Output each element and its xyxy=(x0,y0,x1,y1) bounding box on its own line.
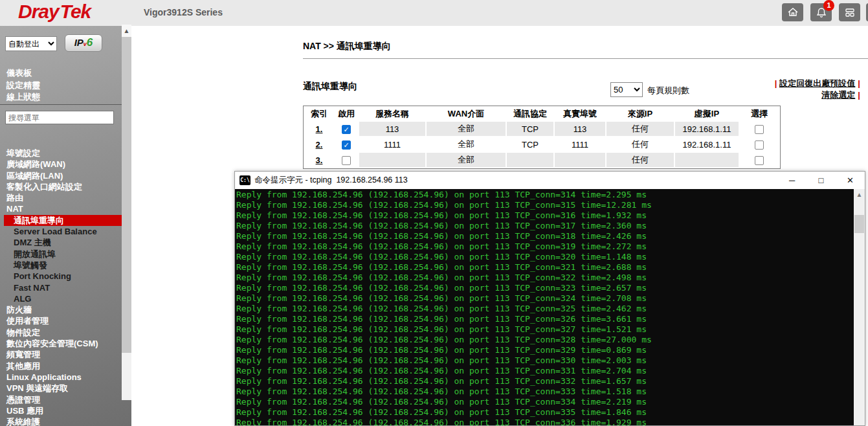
enable-cell xyxy=(335,153,358,167)
cmd-icon: C:\ xyxy=(239,175,250,185)
port-redirection-table: 索引啟用服務名稱WAN介面通訊協定真實埠號來源IP虛擬IP選擇1.✓113全部T… xyxy=(303,106,781,169)
clear-selected-link[interactable]: 清除選定 xyxy=(821,90,855,100)
rule-index-link[interactable]: 2. xyxy=(316,140,323,150)
sidebar-top-items: 儀表板設定精靈線上狀態 xyxy=(0,67,122,104)
terminal-line: Reply from 192.168.254.96 (192.168.254.9… xyxy=(236,231,854,241)
column-header: 虛擬IP xyxy=(675,107,739,120)
table-cell: 任何 xyxy=(606,122,674,136)
sidebar-item[interactable]: USB 應用 xyxy=(0,405,122,416)
sidebar-scroll-thumb[interactable] xyxy=(122,37,131,353)
enable-cell: ✓ xyxy=(335,137,358,151)
sidebar-item[interactable]: Port Knocking xyxy=(0,271,122,282)
enable-cell: ✓ xyxy=(335,122,358,136)
sidebar-item[interactable]: VPN 與遠端存取 xyxy=(0,383,122,394)
ipv6-button[interactable]: IPv6 xyxy=(65,34,102,52)
column-header: 選擇 xyxy=(740,107,779,120)
rule-index-link[interactable]: 1. xyxy=(316,124,323,134)
terminal-line: Reply from 192.168.254.96 (192.168.254.9… xyxy=(236,273,854,283)
product-name: Vigor3912S Series xyxy=(144,7,223,17)
sidebar-item[interactable]: 憑證管理 xyxy=(0,394,122,405)
enable-checkbox[interactable] xyxy=(342,156,351,165)
sidebar-item[interactable]: 其他應用 xyxy=(0,361,122,372)
table-row: 3.全部任何 xyxy=(305,153,779,167)
sidebar-item[interactable]: Server Load Balance xyxy=(0,226,122,237)
cmd-window: C:\ 命令提示字元 - tcping 192.168.254.96 113 ─… xyxy=(234,171,865,426)
sidebar-item[interactable]: 頻寬管理 xyxy=(0,349,122,360)
sidebar-item[interactable]: 開放通訊埠 xyxy=(0,249,122,260)
sidebar-item[interactable]: 儀表板 xyxy=(0,67,122,80)
terminal-line: Reply from 192.168.254.96 (192.168.254.9… xyxy=(236,314,854,324)
sidebar-item[interactable]: 廣域網路(WAN) xyxy=(0,159,122,170)
sidebar-item[interactable]: 物件設定 xyxy=(0,327,122,338)
draytek-logo: DrayTek xyxy=(18,1,91,23)
cmd-window-title: 命令提示字元 - tcping 192.168.254.96 113 xyxy=(254,175,408,186)
auto-logout-select[interactable]: 自動登出 xyxy=(5,36,57,51)
sidebar-item[interactable]: 客製化入口網站設定 xyxy=(0,181,122,192)
sidebar-item[interactable]: 防火牆 xyxy=(0,304,122,315)
terminal-scrollbar[interactable]: ▲ xyxy=(854,189,865,425)
table-cell: 1111 xyxy=(359,137,425,151)
sidebar-item[interactable]: 區域網路(LAN) xyxy=(0,170,122,181)
scroll-up-icon[interactable]: ▲ xyxy=(854,189,865,200)
terminal-line: Reply from 192.168.254.96 (192.168.254.9… xyxy=(236,200,854,210)
sidebar-item[interactable]: 設定精靈 xyxy=(0,80,122,92)
breadcrumb: NAT >> 通訊埠重導向 xyxy=(303,41,391,52)
sidebar-item-selected[interactable]: 通訊埠重導向 xyxy=(4,215,122,226)
terminal-line: Reply from 192.168.254.96 (192.168.254.9… xyxy=(236,262,854,273)
scroll-up-icon[interactable]: ▲ xyxy=(122,25,131,37)
sidebar-item[interactable]: ALG xyxy=(0,293,122,304)
table-cell: 113 xyxy=(555,122,605,136)
table-cell: 192.168.1.11 xyxy=(675,137,739,151)
table-cell xyxy=(507,153,553,167)
rules-per-page-select[interactable]: 50 xyxy=(610,82,643,97)
sidebar-item[interactable]: 使用者管理 xyxy=(0,315,122,326)
pipe-separator: | xyxy=(858,90,860,100)
sidebar-divider xyxy=(0,104,122,105)
column-header: 通訊協定 xyxy=(507,107,553,120)
cmd-titlebar[interactable]: C:\ 命令提示字元 - tcping 192.168.254.96 113 ─… xyxy=(235,172,865,189)
minimize-icon[interactable]: ─ xyxy=(777,172,807,189)
table-cell: 1111 xyxy=(555,137,605,151)
reset-defaults-link[interactable]: 設定回復出廠預設值 xyxy=(779,78,855,88)
terminal-body: Reply from 192.168.254.96 (192.168.254.9… xyxy=(235,189,865,425)
close-icon[interactable]: ✕ xyxy=(836,172,865,189)
sidebar-item[interactable]: 系統維護 xyxy=(0,416,122,426)
sidebar-item[interactable]: 埠號設定 xyxy=(0,148,122,159)
table-cell: 任何 xyxy=(606,153,674,167)
terminal-line: Reply from 192.168.254.96 (192.168.254.9… xyxy=(236,190,854,200)
terminal-line: Reply from 192.168.254.96 (192.168.254.9… xyxy=(236,283,854,293)
sidebar-item[interactable]: 路由 xyxy=(0,192,122,203)
terminal-line: Reply from 192.168.254.96 (192.168.254.9… xyxy=(236,221,854,231)
index-cell: 3. xyxy=(305,153,333,167)
maximize-icon[interactable]: □ xyxy=(807,172,836,189)
section-title: 通訊埠重導向 xyxy=(303,81,357,93)
home-icon[interactable] xyxy=(782,3,803,21)
terminal-line: Reply from 192.168.254.96 (192.168.254.9… xyxy=(236,418,854,425)
sidebar-item[interactable]: Linux Applications xyxy=(0,372,122,383)
enable-checkbox[interactable]: ✓ xyxy=(342,125,351,134)
layout-icon[interactable] xyxy=(839,3,860,21)
notification-badge: 1 xyxy=(823,0,834,11)
select-cell xyxy=(740,137,779,151)
terminal-scroll-thumb[interactable] xyxy=(854,215,864,233)
rule-index-link[interactable]: 3. xyxy=(316,155,323,165)
sidebar-item[interactable]: DMZ 主機 xyxy=(0,237,122,248)
sidebar-item[interactable]: 數位內容安全管理(CSM) xyxy=(0,338,122,349)
table-cell: 全部 xyxy=(427,153,506,167)
sidebar-scrollbar[interactable]: ▲ xyxy=(122,25,131,400)
sidebar-item[interactable]: NAT xyxy=(0,203,122,214)
enable-checkbox[interactable]: ✓ xyxy=(342,140,351,150)
sidebar-item[interactable]: 埠號觸發 xyxy=(0,260,122,271)
divider xyxy=(303,58,868,59)
select-checkbox[interactable] xyxy=(755,156,764,165)
ipv6-six-text: 6 xyxy=(87,36,93,49)
select-checkbox[interactable] xyxy=(755,125,764,134)
select-checkbox[interactable] xyxy=(755,140,764,150)
menu-search-input[interactable] xyxy=(5,111,114,124)
table-row: 1.✓113全部TCP113任何192.168.1.11 xyxy=(305,122,779,136)
terminal-line: Reply from 192.168.254.96 (192.168.254.9… xyxy=(236,210,854,221)
terminal-line: Reply from 192.168.254.96 (192.168.254.9… xyxy=(236,345,854,355)
terminal-line: Reply from 192.168.254.96 (192.168.254.9… xyxy=(236,241,854,252)
sidebar-item[interactable]: 線上狀態 xyxy=(0,91,122,104)
sidebar-item[interactable]: Fast NAT xyxy=(0,282,122,293)
